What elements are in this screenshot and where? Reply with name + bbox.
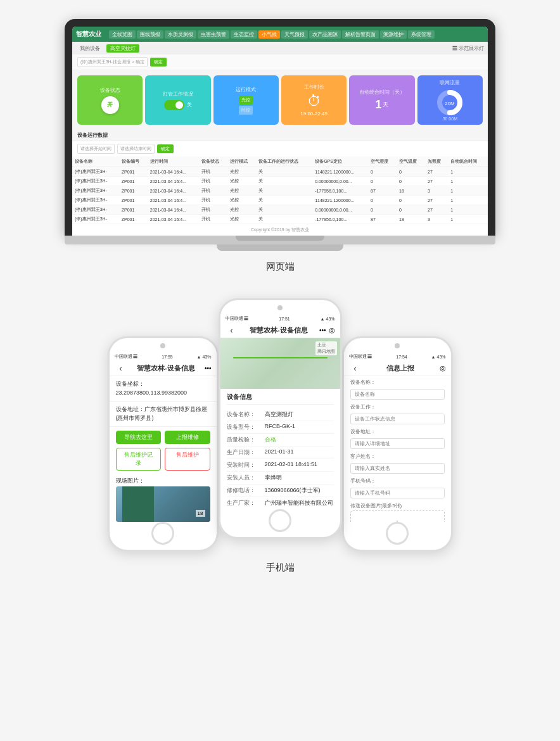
record-button[interactable]: 售后维护记录 [116, 448, 162, 471]
device-address-input[interactable] [350, 438, 445, 449]
filter-select-2[interactable]: 请选择结束时间 [117, 144, 155, 154]
phone2-screen: 中国联通 ☰ 17:51 ▲ 43% ‹ 智慧农林-设备信息 ••• ◎ [220, 314, 340, 509]
quality-row: 质量检验： 合格 [227, 434, 334, 446]
report-button[interactable]: 上报维修 [165, 431, 210, 444]
status-toggle[interactable]: 开 [101, 96, 119, 114]
col-temp: 空气温度 [397, 156, 425, 167]
nav-item-3[interactable]: 虫害虫预警 [198, 30, 229, 39]
filter-confirm-button[interactable]: 确定 [157, 144, 174, 153]
phone-number-input[interactable] [350, 488, 445, 498]
field-customer-name: 客户姓名： [350, 453, 445, 474]
card-device-status: 设备状态 开 [77, 75, 143, 125]
nav-item-2[interactable]: 水质灵测报 [165, 30, 196, 39]
sub-actions: ☰ 示范展示灯 [452, 45, 484, 52]
table-container: 设备名称 设备编号 运行时间 设备状态 运行模式 设备工作的运行状态 设备GPS… [72, 156, 488, 224]
mode-time[interactable]: 时控 [239, 106, 253, 115]
battery-icon: 43% [436, 355, 445, 359]
more-icon[interactable]: ••• [319, 327, 326, 334]
web-section: 智慧农业 全线览图 围线预报 水质灵测报 虫害虫预警 生态监控 小气候 天气预报… [0, 0, 560, 298]
photo-image: 18 [116, 486, 210, 522]
table-row: (停)惠州巽王3H- ZP001 2021-03-04 16:4... 开机 光… [72, 177, 488, 186]
nav-item-1[interactable]: 围线预报 [137, 30, 163, 39]
screen-subtabs: 我的设备 高空灭蚊灯 ☰ 示范展示灯 [72, 42, 488, 54]
phone1-nav-right: ••• [205, 365, 212, 372]
filter-select-1[interactable]: 请选择开始时间 [77, 144, 115, 154]
more-icon[interactable]: ••• [205, 365, 212, 372]
phone1-coords: 设备坐标：23.20873800,113.99382000 [116, 380, 210, 397]
nav-item-4[interactable]: 生态监控 [231, 30, 257, 39]
laptop-base [65, 236, 495, 244]
field-phone-number: 手机号码： [350, 478, 445, 498]
col-humidity: 空气湿度 [368, 156, 397, 167]
upload-area[interactable]: + 上传图片 [350, 510, 445, 522]
col-id: 设备编号 [119, 156, 148, 167]
nav-item-0[interactable]: 全线览图 [109, 30, 136, 39]
breadcrumb-select[interactable]: (停)惠州巽王3H-挂盒测报 > 确定 [77, 57, 148, 67]
subtab-1[interactable]: 高空灭蚊灯 [106, 44, 139, 53]
table-row: (停)惠州巽王3H- ZP001 2021-03-04 16:4... 开机 光… [72, 215, 488, 224]
nav-item-7[interactable]: 农产品溯源 [309, 30, 341, 39]
phone1-address: 设备地址：广东省惠州市博罗县徐屋(惠州市博罗县) [116, 405, 210, 422]
phone1-coords-block: 设备坐标：23.20873800,113.99382000 [110, 376, 217, 402]
maintain-button[interactable]: 售后维护 [165, 448, 210, 471]
phone3-title: 信息上报 [362, 364, 440, 373]
nav-item-8[interactable]: 解析告警页面 [342, 30, 379, 39]
traffic-donut: 20M [436, 89, 464, 117]
card-work-duration: 工作时长 ⏱ 19:00-22:49 [281, 75, 347, 125]
laptop-wrapper: 智慧农业 全线览图 围线预报 水质灵测报 虫害虫预警 生态监控 小气候 天气预报… [65, 19, 495, 251]
target-icon[interactable]: ◎ [440, 364, 446, 372]
nav-item-9[interactable]: 溯源维护 [380, 30, 407, 39]
col-run-status: 设备工作的运行状态 [256, 156, 312, 167]
phone-left: 中国联通 ☰ 17:55 ▲ 43% ‹ 智慧农林-设备信息 ••• [108, 336, 219, 552]
web-section-label: 网页端 [266, 261, 295, 273]
field-device-address: 设备地址： [350, 428, 445, 449]
phone1-time: 17:55 [162, 355, 173, 359]
subtab-0[interactable]: 我的设备 [76, 44, 104, 53]
work-time: 19:00-22:49 [300, 111, 328, 117]
nav-button[interactable]: 导航去这里 [116, 431, 162, 444]
wifi-icon: ▲ [321, 317, 325, 321]
phone2-time: 17:51 [279, 317, 290, 321]
back-icon[interactable]: ‹ [349, 364, 362, 373]
repair-phone-row: 修修电话： 13609066066(李士军) [227, 484, 334, 497]
nav-item-5[interactable]: 小气候 [258, 30, 280, 39]
col-light: 光照度 [425, 156, 448, 167]
nav-item-6[interactable]: 天气预报 [281, 30, 308, 39]
col-gps: 设备GPS定位 [312, 156, 368, 167]
col-auto-time: 自动统合时间 [448, 156, 488, 167]
wifi-icon: ▲ [431, 355, 436, 359]
phone3-screen: 中国联通 ☰ 17:54 ▲ 43% ‹ 信息上报 ◎ [344, 352, 451, 522]
phone2-status-icons: ▲ 43% [321, 317, 335, 321]
target-icon[interactable]: ◎ [329, 326, 335, 334]
mode-light[interactable]: 光控 [239, 96, 253, 104]
device-name-row: 设备名称： 高空测报灯 [227, 408, 334, 421]
card-run-mode: 运行模式 光控 时控 [213, 75, 279, 125]
photo-number: 18 [196, 510, 205, 517]
installer-row: 安装人员： 李烨明 [227, 472, 334, 484]
customer-name-input[interactable] [350, 463, 445, 474]
col-status: 设备状态 [199, 156, 227, 167]
install-time-row: 安装时间： 2021-02-01 18:41:51 [227, 459, 334, 472]
manufacturer-row: 生产厂家： 广州瑞丰智能科技有限公司 [227, 497, 334, 509]
phone3-time: 17:54 [396, 355, 407, 359]
phone2-status-bar: 中国联通 ☰ 17:51 ▲ 43% [220, 314, 340, 323]
upload-plus-icon: + [394, 517, 400, 522]
laptop-screen: 智慧农业 全线览图 围线预报 水质灵测报 虫害虫预警 生态监控 小气候 天气预报… [72, 27, 488, 236]
card-lamp-status: 灯管工作情况 关 [145, 75, 210, 125]
phone1-carrier: 中国联通 ☰ [115, 353, 138, 360]
mode-buttons: 光控 时控 [239, 96, 253, 115]
phone1-status-icons: ▲ 43% [197, 355, 212, 359]
nav-item-10[interactable]: 系统管理 [408, 30, 435, 39]
phone3-carrier: 中国联通 ☰ [349, 353, 372, 360]
auto-time-unit: 天 [383, 101, 388, 109]
traffic-label: 30.00M [443, 117, 457, 121]
back-icon[interactable]: ‹ [115, 364, 127, 373]
device-model-row: 设备型号： RFCB-GK-1 [227, 421, 334, 434]
lamp-toggle: 关 [164, 100, 192, 110]
device-name-input[interactable] [350, 389, 445, 400]
confirm-button[interactable]: 确定 [150, 58, 167, 66]
device-work-input[interactable] [350, 414, 445, 424]
back-icon[interactable]: ‹ [226, 326, 238, 335]
phone3-status-bar: 中国联通 ☰ 17:54 ▲ 43% [344, 352, 451, 361]
wifi-icon: ▲ [197, 355, 201, 359]
